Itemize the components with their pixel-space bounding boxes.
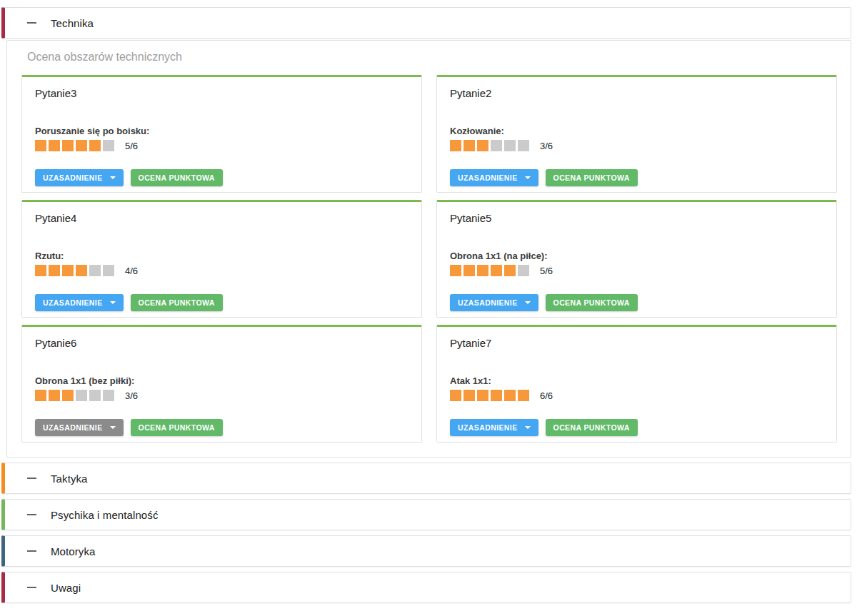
rating-row: 5/6 [35,140,409,151]
rating-square-filled [477,390,488,401]
rating-square-filled [491,265,502,276]
score-label: 6/6 [540,390,553,401]
section-header-technika[interactable]: Technika [1,7,851,39]
section-psychika-i-mentalno: Psychika i mentalność [1,499,851,530]
score-label: 4/6 [125,266,138,276]
rating-square-filled [49,390,60,401]
rating-square-filled [62,140,74,151]
section-header-uwagi[interactable]: Uwagi [1,572,851,603]
section-header-motoryka[interactable]: Motoryka [1,535,851,567]
uzasadnienie-button[interactable]: UZASADNIENIE [35,294,124,311]
section-label: Motoryka [51,545,96,557]
ocena-punktowa-button[interactable]: OCENA PUNKTOWA [131,419,223,436]
question-card-pytanie6: Pytanie6Obrona 1x1 (bez piłki):3/6UZASAD… [21,325,422,443]
uzasadnienie-button[interactable]: UZASADNIENIE [450,294,538,311]
ocena-punktowa-button-label: OCENA PUNKTOWA [139,173,215,182]
rating-square-empty [504,140,516,151]
rating-square-empty [103,140,114,151]
question-card-title: Pytanie4 [35,212,409,224]
ocena-punktowa-button[interactable]: OCENA PUNKTOWA [546,419,638,436]
question-label: Poruszanie się po boisku: [35,126,409,136]
question-card-pytanie7: Pytanie7Atak 1x1:6/6UZASADNIENIEOCENA PU… [436,325,837,443]
question-card-title: Pytanie3 [35,87,409,99]
rating-square-filled [35,390,46,401]
question-card-pytanie3: Pytanie3Poruszanie się po boisku:5/6UZAS… [21,75,422,193]
section-subtitle: Ocena obszarów technicznych [27,51,837,64]
ocena-punktowa-button[interactable]: OCENA PUNKTOWA [546,169,638,186]
rating-square-filled [463,390,475,401]
rating-squares [35,140,116,151]
uzasadnienie-button-label: UZASADNIENIE [458,173,518,182]
rating-square-filled [504,390,516,401]
rating-squares [450,265,531,276]
rating-square-filled [463,265,475,276]
section-header-psychika-i-mentalno[interactable]: Psychika i mentalność [1,499,851,530]
rating-square-empty [103,390,114,401]
section-taktyka: Taktyka [1,463,851,494]
collapse-minus-icon [27,22,36,24]
rating-square-empty [491,140,502,151]
rating-square-filled [504,265,516,276]
card-buttons-row: UZASADNIENIEOCENA PUNKTOWA [35,419,409,436]
section-header-taktyka[interactable]: Taktyka [1,463,851,494]
rating-squares [35,265,116,276]
score-label: 3/6 [125,390,138,401]
chevron-down-icon [110,176,116,179]
section-label: Technika [51,17,94,29]
ocena-punktowa-button[interactable]: OCENA PUNKTOWA [546,294,638,311]
question-cards-grid: Pytanie3Poruszanie się po boisku:5/6UZAS… [21,75,837,443]
chevron-down-icon [110,426,116,429]
collapse-minus-icon [27,550,36,552]
uzasadnienie-button[interactable]: UZASADNIENIE [450,169,538,186]
uzasadnienie-button-label: UZASADNIENIE [43,298,103,307]
rating-squares [450,140,531,151]
ocena-punktowa-button[interactable]: OCENA PUNKTOWA [131,294,223,311]
section-content-technika: Ocena obszarów technicznychPytanie3Porus… [6,40,851,458]
card-buttons-row: UZASADNIENIEOCENA PUNKTOWA [450,169,823,186]
uzasadnienie-button[interactable]: UZASADNIENIE [35,419,124,436]
rating-square-filled [477,265,488,276]
section-label: Uwagi [51,582,81,594]
question-label: Kozłowanie: [450,126,823,136]
ocena-punktowa-button-label: OCENA PUNKTOWA [553,298,630,307]
ocena-punktowa-button-label: OCENA PUNKTOWA [139,423,215,432]
score-label: 5/6 [125,141,138,151]
collapse-minus-icon [27,478,36,479]
rating-square-filled [518,390,529,401]
rating-square-filled [89,140,101,151]
section-label: Psychika i mentalność [51,509,159,521]
uzasadnienie-button[interactable]: UZASADNIENIE [450,419,538,436]
rating-squares [450,390,531,401]
ocena-punktowa-button-label: OCENA PUNKTOWA [553,173,630,182]
rating-square-filled [450,140,461,151]
question-card-title: Pytanie7 [450,337,823,349]
card-buttons-row: UZASADNIENIEOCENA PUNKTOWA [450,294,823,311]
question-label: Rzutu: [35,251,409,261]
rating-square-filled [76,265,87,276]
rating-square-filled [62,390,74,401]
question-label: Obrona 1x1 (na piłce): [450,251,823,261]
rating-square-empty [518,140,529,151]
section-uwagi: Uwagi [1,572,851,603]
uzasadnienie-button-label: UZASADNIENIE [458,423,518,432]
chevron-down-icon [525,426,531,429]
rating-square-filled [450,265,461,276]
rating-square-filled [463,140,475,151]
ocena-punktowa-button[interactable]: OCENA PUNKTOWA [131,169,223,186]
question-card-title: Pytanie5 [450,212,823,224]
rating-square-empty [89,265,101,276]
rating-square-filled [62,265,74,276]
rating-square-empty [89,390,101,401]
rating-square-filled [49,265,60,276]
chevron-down-icon [525,301,531,304]
rating-square-empty [76,390,87,401]
question-label: Atak 1x1: [450,375,823,386]
rating-row: 3/6 [35,390,409,401]
section-technika: TechnikaOcena obszarów technicznychPytan… [1,7,851,458]
rating-row: 4/6 [35,265,409,276]
question-card-title: Pytanie2 [450,87,823,99]
rating-square-filled [450,390,461,401]
rating-squares [35,390,116,401]
section-motoryka: Motoryka [1,535,851,567]
uzasadnienie-button[interactable]: UZASADNIENIE [35,169,124,186]
